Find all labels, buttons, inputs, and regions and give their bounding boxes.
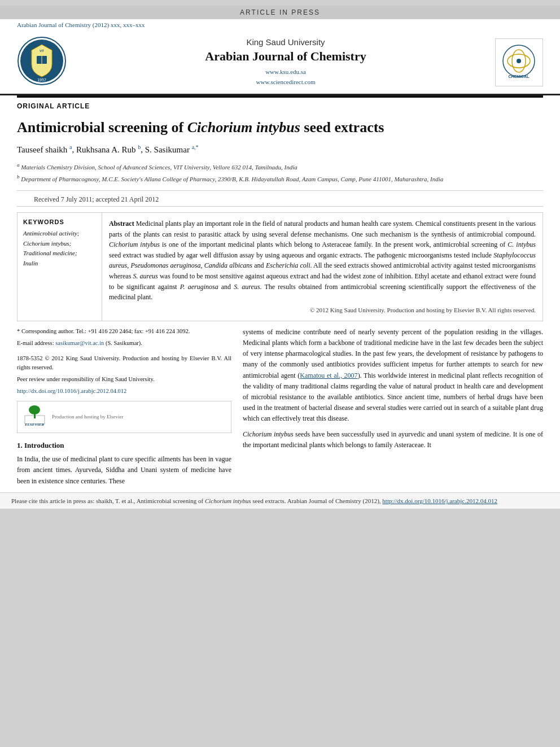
author1-name: Tauseef shaikh [17, 145, 69, 154]
abstract-label: Abstract [109, 220, 136, 228]
keywords-header: KEYWORDS [23, 219, 96, 225]
banner-text: ARTICLE IN PRESS [240, 8, 320, 16]
citation-text: Please cite this article in press as: sh… [11, 497, 382, 504]
author3-prefix: , S. Sasikumar [141, 145, 191, 154]
keyword-2: Cichorium intybus; [23, 239, 96, 249]
elsevier-logo-svg: ELSEVIER [22, 404, 47, 427]
svg-point-13 [29, 405, 40, 414]
footnote-corresponding: * Corresponding author. Tel.: +91 416 22… [17, 327, 231, 337]
affiliation-a: a Materials Chemistry Division, School o… [17, 161, 543, 172]
page: ARTICLE IN PRESS Arabian Journal of Chem… [0, 6, 560, 509]
elsevier-tagline: Production and hosting by Elsevier [52, 413, 123, 421]
abstract-text: Abstract Medicinal plants play an import… [109, 219, 536, 315]
keyword-4: Inulin [23, 259, 96, 269]
svg-text:ELSEVIER: ELSEVIER [24, 422, 45, 427]
elsevier-logo-area: ELSEVIER [22, 404, 47, 430]
ksu-chemical-logo: CHEMICAL [498, 44, 540, 81]
title-before-italic: Antimicrobial screening of [17, 119, 187, 136]
citation-doi[interactable]: http://dx.doi.org/10.1016/j.arabjc.2012.… [382, 497, 497, 504]
intro-col-right-para: systems of medicine contribute need of n… [243, 327, 543, 425]
website1: www.ksu.edu.sa [85, 67, 487, 77]
svg-point-9 [517, 59, 521, 63]
email-name: (S. Sasikumar). [104, 340, 142, 346]
article-in-press-banner: ARTICLE IN PRESS [0, 6, 560, 19]
email-label: E-mail address: [17, 340, 55, 346]
university-name: King Saud University [85, 37, 487, 47]
authors-line: Tauseef shaikh a, Rukhsana A. Rub b, S. … [0, 141, 560, 158]
journal-name: Arabian Journal of Chemistry [85, 49, 487, 64]
article-title: Antimicrobial screening of Cichorium int… [0, 112, 560, 141]
keywords-abstract-section: KEYWORDS Antimicrobial activity; Cichori… [17, 212, 543, 321]
svg-text:VIT: VIT [40, 49, 44, 53]
citation-bar: Please cite this article in press as: sh… [0, 492, 560, 509]
col-left: * Corresponding author. Tel.: +91 416 22… [17, 327, 231, 487]
journal-ref-text: Arabian Journal of Chemistry (2012) xxx,… [17, 21, 145, 28]
abstract-copyright: © 2012 King Saud University. Production … [109, 305, 536, 315]
ksu-logo-box: CHEMICAL [495, 38, 543, 86]
col-right: systems of medicine contribute need of n… [243, 327, 543, 487]
footnote-doi: http://dx.doi.org/10.1016/j.arabjc.2012.… [17, 387, 231, 396]
svg-text:CHEMICAL: CHEMICAL [509, 75, 530, 78]
ksu-logo-container: CHEMICAL [487, 38, 543, 86]
footnote-email: E-mail address: sasikumar@vit.ac.in (S. … [17, 339, 231, 348]
elsevier-box: ELSEVIER Production and hosting by Elsev… [17, 401, 231, 434]
abstract-column: Abstract Medicinal plants play an import… [102, 213, 542, 321]
footnote-section: * Corresponding author. Tel.: +91 416 22… [17, 327, 231, 434]
received-dates: Received 7 July 2011; accepted 21 April … [17, 190, 543, 207]
author3-sup: a,* [192, 144, 199, 150]
keyword-1: Antimicrobial activity; [23, 229, 96, 239]
keyword-3: Traditional medicine; [23, 248, 96, 259]
kamatou-ref[interactable]: Kamatou et al., 2007 [300, 372, 357, 379]
vit-logo-container: 1957 VIT [17, 36, 85, 88]
corresponding-text: * Corresponding author. Tel.: +91 416 22… [17, 328, 190, 334]
affiliation-b: b Department of Pharmacognosy, M.C.E. So… [17, 173, 543, 184]
footnote-issn: 1878-5352 © 2012 King Saud University. P… [17, 354, 231, 373]
intro-heading: 1. Introduction [17, 440, 231, 452]
vit-university-logo: 1957 VIT [17, 36, 67, 86]
keywords-column: KEYWORDS Antimicrobial activity; Cichori… [18, 213, 102, 321]
intro-left: 1. Introduction In India, the use of med… [17, 440, 231, 486]
footnote-peer-review: Peer review under responsibility of King… [17, 375, 231, 385]
title-italic: Cichorium intybus [187, 119, 300, 136]
website2: www.sciencedirect.com [85, 77, 487, 88]
article-type: ORIGINAL ARTICLE [0, 98, 560, 112]
header-section: 1957 VIT King Saud University Arabian Jo… [0, 30, 560, 95]
affiliations: a Materials Chemistry Division, School o… [0, 158, 560, 187]
author2-prefix: , Rukhsana A. Rub [72, 145, 138, 154]
abstract-body: Medicinal plants play an important role … [109, 220, 536, 301]
email-link[interactable]: sasikumar@vit.ac.in [55, 340, 104, 346]
title-after-italic: seed extracts [300, 119, 384, 136]
intro-col-left-para: In India, the use of medicinal plant to … [17, 454, 231, 487]
body-two-col: * Corresponding author. Tel.: +91 416 22… [17, 327, 543, 487]
svg-text:1957: 1957 [37, 78, 46, 82]
journal-reference: Arabian Journal of Chemistry (2012) xxx,… [0, 19, 560, 30]
doi-link[interactable]: http://dx.doi.org/10.1016/j.arabjc.2012.… [17, 388, 126, 394]
website-links: www.ksu.edu.sa www.sciencedirect.com [85, 67, 487, 87]
header-center: King Saud University Arabian Journal of … [85, 37, 487, 87]
intro-col-right-para2: Cichorium intybus seeds have been succes… [243, 429, 543, 451]
